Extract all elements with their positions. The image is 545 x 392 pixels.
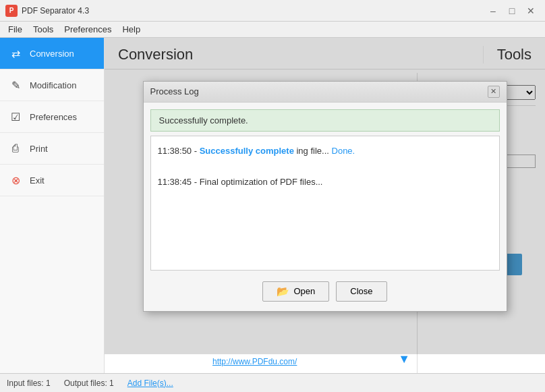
- sidebar-item-modification[interactable]: ✎ Modification: [0, 69, 104, 101]
- sidebar-item-preferences-label: Preferences: [30, 112, 77, 122]
- menu-help[interactable]: Help: [117, 23, 146, 36]
- open-folder-icon: 📂: [277, 285, 289, 298]
- log-sep-2: - Final optimization of PDF files...: [194, 177, 323, 187]
- app-title: PDF Separator 4.3: [22, 6, 484, 16]
- content-area: Conversion Tools Split ual parts: files …: [105, 38, 545, 373]
- window-controls: – □ ✕: [484, 3, 540, 18]
- sidebar-item-preferences[interactable]: ☑ Preferences: [0, 101, 104, 133]
- modal-overlay: Process Log ✕ Successfully complete. 11:…: [105, 38, 545, 354]
- open-button[interactable]: 📂 Open: [262, 281, 329, 302]
- menu-tools[interactable]: Tools: [28, 23, 59, 36]
- sidebar-item-print-label: Print: [30, 144, 48, 154]
- log-bold-1: Successfully complete: [200, 146, 294, 156]
- app-icon: P: [5, 5, 18, 17]
- log-time-2: 11:38:45: [158, 177, 192, 187]
- preferences-icon: ☑: [8, 109, 23, 124]
- dialog-footer: 📂 Open Close: [144, 277, 507, 311]
- close-button[interactable]: ✕: [522, 3, 540, 18]
- print-icon: ⎙: [8, 141, 23, 156]
- scroll-down-icon: ▼: [398, 352, 410, 366]
- main-layout: ⇄ Conversion ✎ Modification ☑ Preference…: [0, 38, 545, 373]
- sidebar-item-print[interactable]: ⎙ Print: [0, 133, 104, 165]
- minimize-button[interactable]: –: [484, 3, 502, 18]
- dialog-status-message: Successfully complete.: [159, 115, 248, 125]
- open-button-label: Open: [293, 286, 315, 296]
- log-time-1: 11:38:50: [158, 146, 192, 156]
- dialog-titlebar: Process Log ✕: [144, 82, 507, 103]
- modification-icon: ✎: [8, 78, 23, 92]
- maximize-button[interactable]: □: [503, 3, 521, 18]
- sidebar-item-conversion-label: Conversion: [30, 49, 74, 59]
- menu-bar: File Tools Preferences Help: [0, 22, 545, 38]
- close-button-label: Close: [350, 286, 372, 296]
- process-log-dialog: Process Log ✕ Successfully complete. 11:…: [143, 81, 507, 312]
- menu-preferences[interactable]: Preferences: [59, 23, 117, 36]
- input-files-status: Input files: 1: [7, 379, 51, 388]
- sidebar-item-conversion[interactable]: ⇄ Conversion: [0, 38, 104, 69]
- dialog-status-bar: Successfully complete.: [150, 109, 500, 132]
- exit-icon: ⊗: [8, 173, 23, 188]
- close-dialog-button[interactable]: Close: [336, 281, 386, 302]
- dialog-close-button[interactable]: ✕: [488, 86, 500, 98]
- log-sep-1: -: [194, 146, 200, 156]
- sidebar-item-modification-label: Modification: [30, 80, 76, 90]
- add-files-link[interactable]: Add File(s)...: [127, 379, 173, 388]
- log-rest-1: ing file...: [296, 146, 331, 156]
- sidebar-item-exit-label: Exit: [30, 175, 45, 186]
- sidebar: ⇄ Conversion ✎ Modification ☑ Preference…: [0, 38, 105, 373]
- log-done-1: Done.: [332, 146, 355, 156]
- log-entry-1: 11:38:50 - Successfully complete ing fil…: [158, 143, 492, 159]
- bottom-link[interactable]: http://www.PDFdu.com/: [212, 357, 297, 366]
- conversion-icon: ⇄: [8, 46, 23, 61]
- menu-file[interactable]: File: [3, 23, 28, 36]
- title-bar: P PDF Separator 4.3 – □ ✕: [0, 0, 545, 22]
- status-bar: Input files: 1 Output files: 1 Add File(…: [0, 373, 545, 392]
- sidebar-item-exit[interactable]: ⊗ Exit: [0, 165, 104, 196]
- dialog-log-area[interactable]: 11:38:50 - Successfully complete ing fil…: [150, 136, 500, 271]
- dialog-title: Process Log: [150, 86, 199, 96]
- output-files-status: Output files: 1: [64, 379, 114, 388]
- log-entry-2: 11:38:45 - Final optimization of PDF fil…: [158, 174, 492, 190]
